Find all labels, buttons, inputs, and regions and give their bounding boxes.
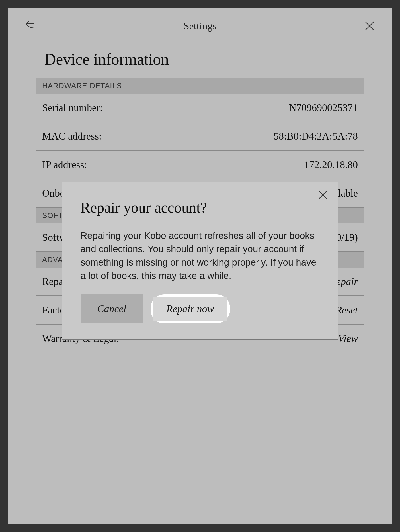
- dialog-buttons: Cancel Repair now: [81, 294, 320, 323]
- dialog-close-button[interactable]: [317, 189, 328, 201]
- dialog-body: Repairing your Kobo account refreshes al…: [81, 229, 320, 282]
- repair-account-dialog: Repair your account? Repairing your Kobo…: [62, 182, 338, 340]
- dialog-overlay: Repair your account? Repairing your Kobo…: [8, 8, 392, 524]
- close-icon: [317, 189, 328, 200]
- cancel-button[interactable]: Cancel: [81, 294, 143, 323]
- repair-now-button[interactable]: Repair now: [153, 297, 227, 321]
- dialog-title: Repair your account?: [81, 199, 320, 216]
- repair-now-highlight: Repair now: [151, 294, 230, 323]
